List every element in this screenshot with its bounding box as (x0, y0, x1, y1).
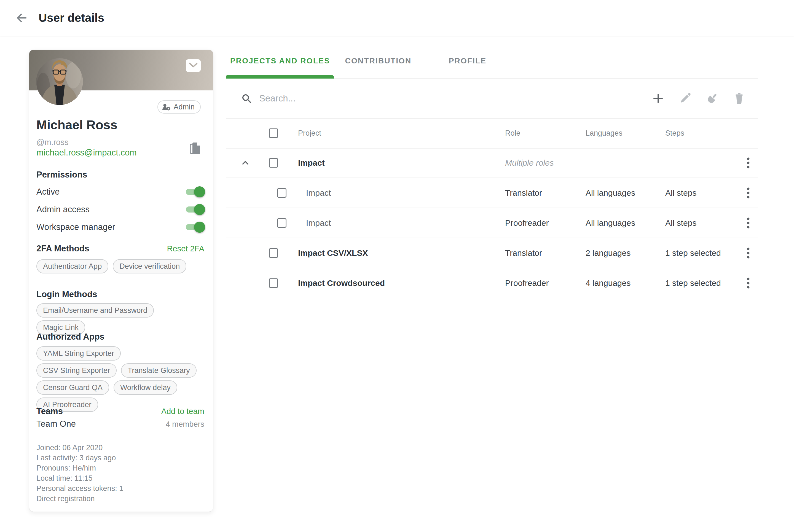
row-checkbox[interactable] (269, 279, 278, 288)
column-header-role: Role (505, 129, 521, 137)
envelope-icon (186, 59, 201, 72)
authorized-app-chip: Workflow delay (114, 380, 177, 395)
topbar: User details (0, 0, 794, 36)
column-header-languages: Languages (586, 129, 623, 137)
trash-icon (733, 92, 745, 105)
permission-label: Workspace manager (36, 222, 115, 232)
plus-icon (652, 92, 664, 105)
collapse-row-button[interactable] (239, 157, 251, 169)
search-icon (240, 92, 252, 104)
row-checkbox[interactable] (277, 218, 286, 228)
row-menu-button[interactable] (742, 156, 754, 170)
teams-title: Teams (36, 406, 63, 416)
cell-project: Impact (306, 218, 331, 228)
tab[interactable]: CONTRIBUTION (334, 43, 422, 78)
table-row[interactable]: Impact Crowdsourced Proofreader 4 langua… (226, 268, 758, 298)
delete-button[interactable] (733, 92, 745, 105)
table-row[interactable]: Impact Proofreader All languages All ste… (226, 208, 758, 238)
cell-languages: 4 languages (586, 279, 630, 288)
chevron-up-icon (239, 157, 251, 169)
team-members-count: 4 members (166, 420, 204, 429)
kebab-icon (742, 246, 754, 260)
login-method-chips: Email/Username and Password Magic Link (36, 303, 204, 335)
clear-filters-button[interactable] (706, 92, 718, 105)
twofa-method-chip: Device verification (113, 259, 186, 273)
row-menu-button[interactable] (742, 216, 754, 230)
row-menu-button[interactable] (742, 277, 754, 290)
cell-steps: 1 step selected (665, 279, 721, 288)
cell-project: Impact (298, 158, 325, 168)
cell-role: Proofreader (505, 279, 549, 288)
user-card: Admin Michael Ross @m.ross michael.ross@… (29, 50, 213, 512)
cell-steps: All steps (665, 218, 696, 228)
cell-role: Translator (505, 188, 542, 198)
row-menu-button[interactable] (742, 186, 754, 200)
send-email-button[interactable] (186, 59, 201, 72)
meta-line: Direct registration (36, 494, 204, 504)
toggle-switch[interactable] (185, 223, 204, 231)
user-email-link[interactable]: michael.ross@impact.com (36, 148, 137, 158)
meta-line: Pronouns: He/him (36, 463, 204, 473)
copy-icon (189, 141, 202, 155)
cell-languages: All languages (586, 218, 635, 228)
tab[interactable]: PROJECTS AND ROLES (226, 43, 334, 78)
pencil-icon (679, 92, 692, 105)
search-input[interactable] (259, 93, 652, 104)
toggle-switch[interactable] (185, 187, 204, 196)
tab-label: PROFILE (449, 57, 487, 65)
kebab-icon (742, 186, 754, 200)
table-row[interactable]: Impact CSV/XLSX Translator 2 languages 1… (226, 238, 758, 268)
cell-steps: All steps (665, 188, 696, 198)
details-panel: PROJECTS AND ROLES CONTRIBUTION PROFILE (226, 0, 758, 358)
row-checkbox[interactable] (269, 248, 278, 258)
tab-label: CONTRIBUTION (345, 57, 411, 65)
authorized-apps-title: Authorized Apps (36, 332, 105, 342)
authorized-app-chip: Translate Glossary (121, 363, 196, 378)
arrow-left-icon (15, 11, 28, 24)
tab-label: PROJECTS AND ROLES (230, 57, 330, 65)
cell-project: Impact (306, 188, 331, 198)
reset-2fa-button[interactable]: Reset 2FA (167, 244, 204, 253)
authorized-app-chip: YAML String Exporter (36, 346, 121, 361)
back-button[interactable] (14, 11, 29, 25)
edit-button[interactable] (679, 92, 692, 105)
user-name: Michael Ross (36, 117, 117, 132)
table-body: Impact Multiple roles (226, 148, 758, 298)
permission-row: Active (36, 183, 204, 201)
row-checkbox[interactable] (277, 188, 286, 198)
twofa-chips: Authenticator App Device verification (36, 259, 204, 273)
authorized-app-chip: CSV String Exporter (36, 363, 117, 378)
broom-icon (706, 92, 718, 105)
meta-line: Local time: 11:15 (36, 473, 204, 483)
copy-email-button[interactable] (189, 141, 202, 155)
tab[interactable]: PROFILE (422, 43, 513, 78)
permission-label: Admin access (36, 205, 90, 214)
table-row[interactable]: Impact Translator All languages All step… (226, 178, 758, 208)
meta-line: Personal access tokens: 1 (36, 483, 204, 494)
toolbar-actions (652, 92, 745, 105)
kebab-icon (742, 216, 754, 230)
team-name: Team One (36, 419, 76, 429)
table-header: Project Role Languages Steps (226, 118, 758, 149)
select-all-checkbox[interactable] (269, 129, 278, 138)
permission-row: Workspace manager (36, 218, 204, 236)
permission-row: Admin access (36, 201, 204, 218)
cell-steps: 1 step selected (665, 248, 721, 258)
add-button[interactable] (652, 92, 664, 105)
table-toolbar (226, 79, 758, 119)
row-checkbox[interactable] (269, 158, 278, 168)
kebab-icon (742, 156, 754, 170)
team-row[interactable]: Team One 4 members (36, 419, 204, 429)
toggle-switch[interactable] (185, 205, 204, 214)
column-header-project: Project (298, 129, 321, 137)
permission-label: Active (36, 187, 60, 197)
twofa-method-chip: Authenticator App (36, 259, 108, 273)
kebab-icon (742, 277, 754, 290)
add-to-team-button[interactable]: Add to team (161, 407, 204, 416)
row-menu-button[interactable] (742, 246, 754, 260)
cell-role: Translator (505, 248, 542, 258)
authorized-app-chip: Censor Guard QA (36, 380, 109, 395)
cell-role: Proofreader (505, 218, 549, 228)
table-row[interactable]: Impact Multiple roles (226, 148, 758, 178)
cell-project: Impact CSV/XLSX (298, 248, 368, 258)
